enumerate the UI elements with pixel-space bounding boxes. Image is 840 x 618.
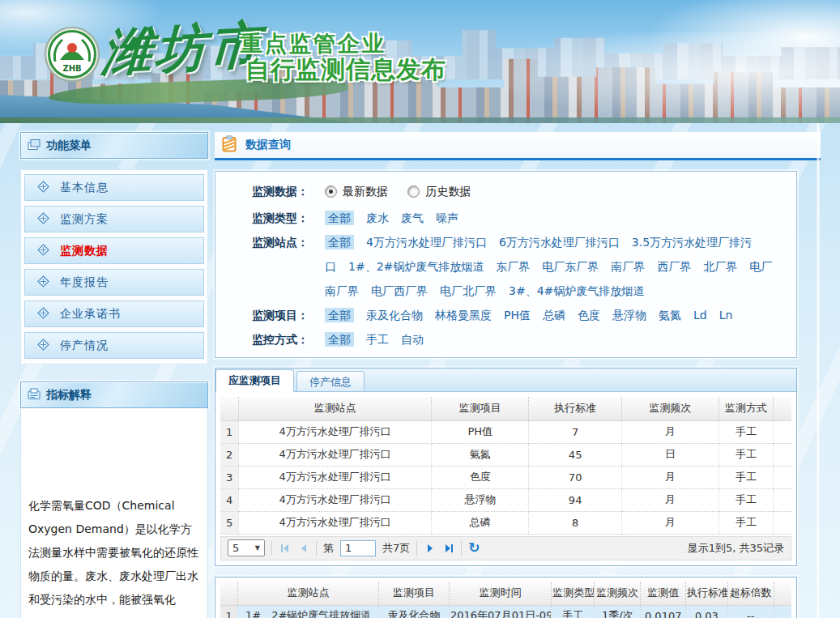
cell-num: 5 (220, 511, 239, 534)
filter-option[interactable]: 4万方污水处理厂排污口 (366, 236, 487, 249)
tab[interactable]: 停产信息 (296, 371, 365, 392)
cell-multiple: -- (727, 605, 774, 618)
radio-icon[interactable] (407, 185, 420, 198)
cell-freq: 1季/次 (595, 605, 641, 618)
page-prefix-label: 第 (323, 541, 334, 556)
plan-table-row: 5 4万方污水处理厂排污口 总磷 8 月 手工 (220, 511, 791, 534)
filter-option[interactable]: 自动 (401, 333, 424, 346)
pager-separator (416, 541, 417, 556)
filter-option[interactable]: 全部 (325, 235, 354, 249)
filter-option[interactable]: PH值 (504, 309, 531, 322)
cell-method: 手工 (718, 488, 773, 511)
cell-blank (774, 605, 791, 618)
diamond-nav-icon (37, 244, 49, 258)
diamond-nav-icon (37, 212, 49, 227)
sidebar-menu-item-label: 基本信息 (60, 181, 109, 195)
filter-option[interactable]: 电厂北厂界 (440, 284, 497, 297)
sidebar-menu-item[interactable]: 年度报告 (24, 269, 204, 296)
filter-row-station: 监测站点： 全部4万方污水处理厂排污口6万方污水处理厂排污口3.5万方污水处理厂… (215, 230, 796, 303)
filter-row-data: 监测数据： 最新数据 历史数据 (215, 179, 796, 206)
filter-option[interactable]: 南厂界 (611, 260, 645, 273)
filter-option[interactable]: 汞及化合物 (366, 309, 423, 322)
radio-icon[interactable] (325, 185, 337, 198)
cell-blank (773, 443, 791, 466)
cell-item: 汞及化合物 (379, 605, 450, 618)
col-header-station: 监测站点 (239, 397, 432, 421)
filter-option[interactable]: 北厂界 (703, 260, 737, 273)
col-header-freq: 监测频次 (622, 397, 719, 421)
cell-standard: 45 (529, 443, 622, 466)
sidebar-menu-item[interactable]: 停产情况 (24, 332, 204, 359)
cell-method: 手工 (718, 420, 773, 443)
filter-option[interactable]: 全部 (325, 332, 354, 347)
refresh-button[interactable]: ↻ (468, 541, 480, 555)
cell-blank (773, 420, 791, 443)
filter-label: 监控方式： (252, 327, 325, 352)
logo-text: ZHB (62, 64, 81, 73)
cell-item: 氨氮 (432, 443, 529, 466)
filter-option[interactable]: 6万方污水处理厂排污口 (499, 236, 620, 249)
filter-option[interactable]: 全部 (325, 211, 354, 225)
sidebar-menu-item[interactable]: 监测方案 (24, 206, 204, 232)
cell-blank (773, 466, 791, 488)
clipboard-icon (222, 135, 237, 155)
prev-page-button[interactable] (297, 542, 309, 554)
filter-option[interactable]: 废气 (401, 211, 424, 224)
cell-station: 1#、2#锅炉废气排放烟道 (238, 605, 379, 618)
filter-option[interactable]: 林格曼黑度 (435, 309, 492, 322)
filter-option[interactable]: 废水 (366, 211, 389, 224)
col-header-method: 监测方式 (718, 397, 773, 421)
radio-option[interactable]: 历史数据 (407, 179, 471, 203)
last-page-button[interactable] (442, 542, 454, 554)
filter-option[interactable]: 西厂界 (657, 260, 691, 273)
treeline (0, 117, 840, 123)
sidebar-menu-item-label: 停产情况 (60, 339, 109, 353)
cloud-haze (467, 32, 840, 123)
first-page-button[interactable] (279, 542, 291, 554)
filter-option[interactable]: 手工 (366, 333, 389, 346)
page-number-input[interactable] (340, 540, 376, 556)
sidebar-menu-item[interactable]: 监测数据 (24, 237, 204, 264)
filter-option[interactable]: 全部 (325, 308, 354, 322)
filter-option[interactable]: 电厂西厂界 (371, 284, 428, 297)
site-title-city: 潍坊市 (100, 11, 264, 87)
data-table-row: 1 1#、2#锅炉废气排放烟道 汞及化合物 2016年07月01日-09 手工 … (220, 605, 791, 618)
cell-station: 4万方污水处理厂排污口 (239, 420, 432, 443)
cell-station: 4万方污水处理厂排污口 (239, 443, 432, 466)
data-table-header-row: 监测站点 监测项目 监测时间 监测类型 监测频次 监测值 执行标准 超标倍数 (220, 582, 791, 606)
col-header-multiple: 超标倍数 (727, 582, 774, 606)
diamond-nav-icon (37, 307, 49, 322)
filter-option[interactable]: 悬浮物 (612, 309, 646, 322)
col-header-blank (773, 397, 791, 421)
filter-option[interactable]: 氨氮 (659, 309, 681, 322)
filter-option[interactable]: Ld (693, 309, 707, 322)
tab[interactable]: 应监测项目 (215, 369, 294, 392)
radio-option-label: 最新数据 (343, 179, 388, 203)
filter-option[interactable]: 电厂东厂界 (542, 260, 599, 273)
sidebar-menu-item-label: 年度报告 (60, 275, 109, 290)
site-title-line2: 自行监测信息发布 (245, 53, 446, 87)
filter-option[interactable]: 总磷 (543, 309, 565, 322)
function-menu-header: 功能菜单 (20, 132, 208, 159)
cell-method: 手工 (718, 511, 773, 534)
col-header-time: 监测时间 (450, 582, 552, 606)
indicator-explain-header: 指标解释 (20, 381, 208, 408)
filter-label: 监测数据： (252, 179, 325, 206)
filter-option[interactable]: 1#、2#锅炉废气排放烟道 (348, 260, 484, 273)
filter-option[interactable]: Ln (719, 309, 733, 322)
pager-separator (316, 541, 317, 556)
cell-method: 手工 (718, 443, 773, 466)
sidebar-menu-item-label: 监测数据 (60, 244, 109, 258)
filter-option[interactable]: 3#、4#锅炉废气排放烟道 (509, 284, 644, 297)
page-size-select[interactable]: 5 ▼ (228, 539, 265, 556)
filter-option[interactable]: 噪声 (436, 211, 458, 224)
sidebar-menu-item[interactable]: 企业承诺书 (24, 300, 204, 327)
filter-option[interactable]: 色度 (578, 309, 600, 322)
plan-table-row: 4 4万方污水处理厂排污口 悬浮物 94 月 手工 (220, 488, 791, 511)
filter-option[interactable]: 东厂界 (496, 260, 530, 273)
sidebar-menu-item[interactable]: 基本信息 (24, 174, 204, 201)
cell-num: 4 (220, 488, 239, 511)
col-header-num (220, 582, 238, 606)
next-page-button[interactable] (424, 542, 436, 554)
radio-option[interactable]: 最新数据 (325, 179, 388, 203)
